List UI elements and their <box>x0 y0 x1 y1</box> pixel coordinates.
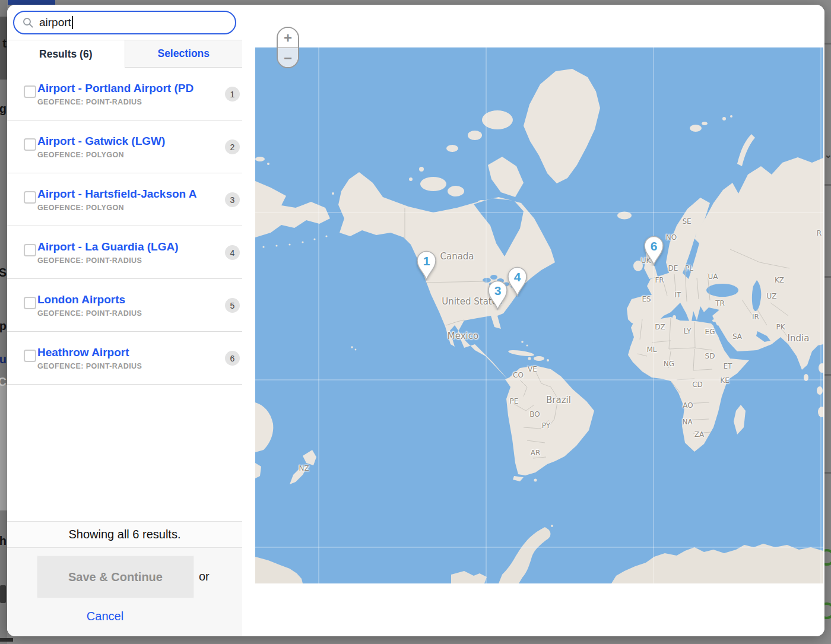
map-place-label: NA <box>682 418 692 426</box>
background-page-left-strip: tgSpRuCh <box>0 0 7 644</box>
map-place-label: ET <box>724 362 732 370</box>
result-checkbox[interactable] <box>24 191 36 204</box>
background-accent-bar <box>8 0 55 5</box>
background-blob <box>0 638 13 642</box>
text-cursor <box>72 16 73 29</box>
result-checkbox[interactable] <box>24 350 36 362</box>
map-place-label: SE <box>682 217 691 226</box>
result-row[interactable]: Airport - Portland Airport (PDGEOFENCE: … <box>7 68 242 120</box>
result-number-badge: 6 <box>225 351 240 366</box>
result-title[interactable]: Airport - Hartsfield-Jackson A <box>37 187 220 201</box>
result-title[interactable]: Airport - Portland Airport (PD <box>37 81 220 96</box>
background-block <box>0 385 7 510</box>
svg-text:4: 4 <box>513 270 521 284</box>
svg-text:3: 3 <box>494 284 501 297</box>
result-checkbox[interactable] <box>24 138 36 151</box>
map-area: CanadaUnited StatesMexicoBrazilIndiaNZSE… <box>242 5 824 636</box>
result-checkbox[interactable] <box>24 85 36 98</box>
map-place-label: IR <box>752 313 759 321</box>
result-texts: Airport - Gatwick (LGW)GEOFENCE: POLYGON <box>37 134 220 159</box>
result-number-badge: 3 <box>225 192 240 207</box>
map-place-label: LY <box>684 327 691 335</box>
map-place-label: BO <box>529 410 540 418</box>
zoom-in-button[interactable]: + <box>278 28 298 48</box>
map-pin-marker-4[interactable]: 4 <box>506 266 528 297</box>
result-checkbox[interactable] <box>24 244 36 256</box>
world-map-svg <box>255 47 823 583</box>
tab-selections[interactable]: Selections <box>125 40 243 68</box>
map-place-label: Mexico <box>448 331 478 341</box>
results-panel: airport Results (6)Selections Airport - … <box>7 5 243 636</box>
result-row[interactable]: Airport - La Guardia (LGA)GEOFENCE: POIN… <box>7 226 242 279</box>
map-place-label: ZA <box>694 430 704 439</box>
svg-text:6: 6 <box>650 239 657 253</box>
result-texts: Airport - Hartsfield-Jackson AGEOFENCE: … <box>37 187 220 212</box>
world-map[interactable]: CanadaUnited StatesMexicoBrazilIndiaNZSE… <box>255 47 823 583</box>
result-row[interactable]: London AirportsGEOFENCE: POINT-RADIUS5 <box>7 279 242 332</box>
save-and-continue-button[interactable]: Save & Continue <box>37 556 194 598</box>
result-geofence-type: GEOFENCE: POLYGON <box>37 151 220 159</box>
result-number-badge: 5 <box>225 298 240 313</box>
map-place-label: Canada <box>440 251 474 262</box>
result-title[interactable]: Airport - Gatwick (LGW) <box>37 134 220 148</box>
map-place-label: AR <box>531 449 541 457</box>
map-place-label: SA <box>732 332 742 341</box>
map-place-label: PY <box>542 421 550 430</box>
background-page-right-strip: ⌄ <box>824 0 831 644</box>
result-texts: Airport - Portland Airport (PDGEOFENCE: … <box>37 81 220 106</box>
map-pin-marker-1[interactable]: 1 <box>415 250 437 281</box>
results-list: Airport - Portland Airport (PDGEOFENCE: … <box>7 68 242 385</box>
background-text-fragment: t <box>2 37 7 50</box>
map-pin-marker-6[interactable]: 6 <box>643 235 665 266</box>
map-place-label: SD <box>705 352 715 360</box>
map-place-label: CO <box>513 371 524 379</box>
result-texts: Heathrow AirportGEOFENCE: POINT-RADIUS <box>37 345 220 370</box>
result-number-badge: 1 <box>225 87 240 101</box>
result-texts: Airport - La Guardia (LGA)GEOFENCE: POIN… <box>37 240 220 265</box>
background-text-fragment: C <box>0 375 7 389</box>
action-area: Save & Continue or Cancel <box>7 548 242 636</box>
result-checkbox[interactable] <box>24 297 36 309</box>
map-place-label: FR <box>655 276 664 284</box>
map-place-label: ML <box>646 345 656 354</box>
map-place-label: NG <box>664 360 674 368</box>
result-title[interactable]: Heathrow Airport <box>37 345 220 360</box>
background-blob <box>0 585 6 603</box>
background-text-fragment: g <box>0 102 7 116</box>
result-title[interactable]: London Airports <box>37 293 220 307</box>
map-place-label: PK <box>776 323 785 331</box>
zoom-out-button[interactable]: − <box>278 48 298 68</box>
map-place-label: NZ <box>299 464 309 472</box>
search-icon <box>23 17 33 28</box>
result-row[interactable]: Heathrow AirportGEOFENCE: POINT-RADIUS6 <box>7 332 242 385</box>
map-place-label: UA <box>708 272 718 281</box>
map-place-label: R <box>817 229 822 237</box>
result-row[interactable]: Airport - Hartsfield-Jackson AGEOFENCE: … <box>7 173 242 226</box>
results-selections-tabbar: Results (6)Selections <box>7 40 242 68</box>
chevron-down-icon: ⌄ <box>824 150 831 160</box>
result-title[interactable]: Airport - La Guardia (LGA) <box>37 240 220 254</box>
background-green-glyph <box>824 602 831 619</box>
search-input[interactable]: airport <box>13 11 236 34</box>
svg-text:1: 1 <box>423 254 430 268</box>
background-text-fragment: p <box>0 319 7 333</box>
map-place-label: India <box>788 333 810 344</box>
result-row[interactable]: Airport - Gatwick (LGW)GEOFENCE: POLYGON… <box>7 120 242 173</box>
or-label: or <box>199 570 210 583</box>
tab-results[interactable]: Results (6) <box>7 40 125 68</box>
map-place-label: ES <box>642 295 651 303</box>
geofence-picker-modal: airport Results (6)Selections Airport - … <box>7 5 824 636</box>
map-pin-marker-3[interactable]: 3 <box>487 280 509 310</box>
cancel-link[interactable]: Cancel <box>7 610 203 623</box>
map-place-label: DE <box>668 264 678 272</box>
map-place-label: PL <box>685 264 693 272</box>
result-texts: London AirportsGEOFENCE: POINT-RADIUS <box>37 293 220 318</box>
result-geofence-type: GEOFENCE: POINT-RADIUS <box>37 309 220 318</box>
background-text-fragment: Ru <box>0 353 7 366</box>
result-number-badge: 4 <box>225 245 240 260</box>
map-place-label: PE <box>510 397 519 405</box>
map-place-label: KZ <box>775 276 784 284</box>
result-geofence-type: GEOFENCE: POINT-RADIUS <box>37 362 220 370</box>
background-text-fragment: h <box>0 534 7 548</box>
result-geofence-type: GEOFENCE: POINT-RADIUS <box>37 98 220 106</box>
